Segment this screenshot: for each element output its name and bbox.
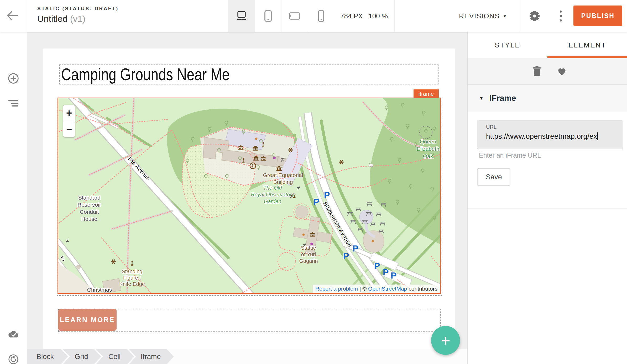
svg-text:Queen: Queen [420, 138, 436, 144]
iframe-settings-card: URL https://www.openstreetmap.org/ex Ent… [468, 112, 627, 208]
properties-panel: STYLE ELEMENT ▼ IFrame [467, 32, 627, 364]
svg-text:Gagarin: Gagarin [299, 258, 318, 264]
svg-text:Reservoir: Reservoir [77, 202, 101, 208]
back-arrow-icon [6, 10, 19, 22]
trash-icon [532, 66, 542, 76]
left-tool-rail [0, 32, 27, 364]
more-options-button[interactable] [552, 0, 569, 32]
svg-text:Elizabeth: Elizabeth [417, 146, 439, 152]
delete-element-button[interactable] [530, 65, 544, 78]
plus-circle-icon [7, 72, 19, 84]
revisions-label: REVISIONS [459, 12, 500, 20]
svg-text:P: P [353, 243, 359, 253]
document-info: STATIC (STATUS: DRAFT) Untitled (v1) [37, 6, 119, 24]
svg-text:of Yuri: of Yuri [301, 251, 316, 257]
svg-text:P: P [374, 261, 380, 271]
svg-text:The Old: The Old [263, 185, 282, 191]
back-button[interactable] [4, 8, 20, 24]
svg-text:Figure :: Figure : [123, 275, 141, 281]
svg-text:House: House [81, 216, 97, 222]
report-problem-link[interactable]: Report a problem [315, 286, 358, 292]
gear-icon [529, 10, 541, 22]
device-preview-group [228, 0, 334, 32]
document-title: Untitled (v1) [37, 14, 119, 24]
svg-text:P: P [343, 251, 349, 261]
copyright-symbol: © [363, 286, 367, 292]
element-breadcrumb-bar: Block Grid Cell Iframe [27, 349, 467, 364]
device-landscape-button[interactable] [281, 0, 308, 32]
title-block[interactable]: Camping Grounds Near Me [59, 65, 438, 84]
top-toolbar: STATIC (STATUS: DRAFT) Untitled (v1) [0, 0, 627, 32]
page-title: Camping Grounds Near Me [61, 65, 230, 84]
element-actions-row [468, 58, 627, 84]
device-mobile-button[interactable] [308, 0, 334, 32]
document-version: (v1) [70, 14, 86, 24]
svg-text:Garden: Garden [264, 199, 281, 204]
breadcrumb-label: Block [36, 353, 54, 361]
device-tablet-button[interactable] [255, 0, 281, 32]
document-name: Untitled [37, 14, 67, 24]
save-button[interactable]: Save [477, 168, 510, 186]
svg-text:P: P [324, 190, 330, 200]
svg-text:P: P [314, 197, 320, 207]
svg-text:Oak: Oak [423, 153, 433, 159]
svg-text:Standard: Standard [78, 195, 100, 201]
cloud-check-icon [7, 330, 19, 339]
tablet-portrait-icon [263, 10, 273, 22]
svg-text:Great Equatorial: Great Equatorial [263, 172, 303, 178]
save-status-button[interactable] [4, 326, 22, 344]
settings-button[interactable] [526, 0, 543, 32]
iframe-url-field[interactable]: URL https://www.openstreetmap.org/ex [477, 120, 623, 149]
iframe-element[interactable]: P P P P P P P The Avenue Blackheath Aven… [58, 98, 441, 294]
text-cursor [597, 132, 598, 140]
svg-text:Building: Building [273, 179, 293, 185]
zoom-level: 100 % [368, 12, 388, 20]
map-zoom-control: + − [63, 105, 75, 137]
layers-button[interactable] [4, 94, 22, 112]
revisions-dropdown[interactable]: REVISIONS ▼ [457, 0, 509, 32]
svg-text:ve: ve [60, 255, 66, 261]
learn-more-button[interactable]: LEARN MORE [58, 309, 117, 331]
favorite-element-button[interactable] [555, 65, 569, 78]
attribution-divider: | [359, 286, 361, 292]
svg-text:Conduit: Conduit [80, 209, 99, 215]
add-content-button[interactable] [4, 69, 22, 87]
document-status: STATIC (STATUS: DRAFT) [37, 6, 119, 12]
iframe-section-header[interactable]: ▼ IFrame [468, 84, 627, 112]
openstreetmap-embed[interactable]: P P P P P P P The Avenue Blackheath Aven… [58, 98, 440, 293]
breadcrumb-label: Iframe [141, 353, 161, 361]
heart-icon [557, 67, 567, 76]
svg-text:Knife Edge: Knife Edge [119, 281, 145, 287]
breadcrumb-label: Grid [75, 353, 88, 361]
kebab-menu-icon [559, 10, 562, 22]
divider [27, 0, 27, 32]
openstreetmap-link[interactable]: OpenStreetMap [368, 286, 407, 292]
svg-text:Christmas: Christmas [87, 287, 112, 293]
add-element-fab[interactable]: + [431, 326, 460, 355]
tablet-landscape-icon [289, 12, 300, 20]
device-desktop-button[interactable] [228, 0, 255, 32]
list-lines-icon [8, 99, 19, 107]
svg-text:Royal Observatory: Royal Observatory [251, 192, 295, 197]
viewport-info: 784 PX 100 % [334, 0, 395, 32]
page-builder-app: STATIC (STATUS: DRAFT) Untitled (v1) [0, 0, 627, 364]
contributors-text: contributors [409, 286, 437, 292]
panel-tabs: STYLE ELEMENT [468, 32, 627, 58]
map-zoom-in-button[interactable]: + [63, 105, 75, 121]
laptop-icon [236, 11, 247, 21]
svg-text:Statue: Statue [301, 245, 316, 251]
url-field-label: URL [486, 124, 623, 130]
svg-text:P: P [391, 270, 397, 280]
section-collapse-caret-icon: ▼ [479, 96, 484, 101]
chevron-down-icon: ▼ [503, 14, 507, 18]
undo-icon [7, 353, 19, 364]
tab-element[interactable]: ELEMENT [547, 32, 627, 58]
tab-style[interactable]: STYLE [468, 32, 547, 58]
undo-button[interactable] [4, 350, 22, 364]
breadcrumb-label: Cell [108, 353, 121, 361]
publish-button[interactable]: PUBLISH [573, 6, 622, 26]
svg-text:P: P [383, 267, 389, 277]
map-zoom-out-button[interactable]: − [63, 121, 75, 137]
map-attribution: Report a problem | © OpenStreetMap contr… [313, 285, 440, 293]
section-title: IFrame [489, 94, 516, 103]
